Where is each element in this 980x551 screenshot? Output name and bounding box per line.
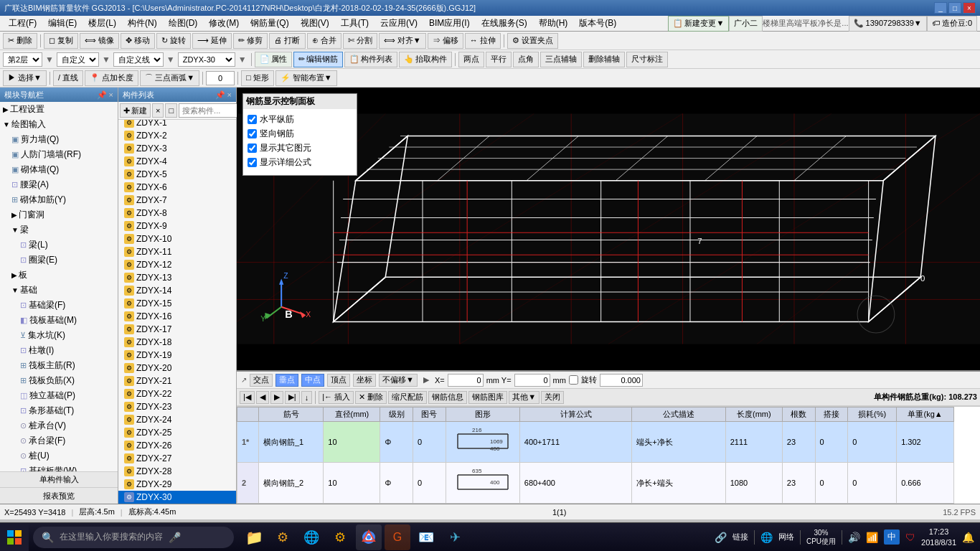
- offset-button[interactable]: ⇒ 偏移: [428, 33, 463, 49]
- report-preview-button[interactable]: 报表预览: [0, 488, 118, 504]
- comp-item-zdyx-13[interactable]: ⚙ZDYX-13: [118, 271, 236, 284]
- comp-item-zdyx-10[interactable]: ⚙ZDYX-10: [118, 232, 236, 245]
- comp-item-zdyx-17[interactable]: ⚙ZDYX-17: [118, 323, 236, 336]
- nav-fabanzhuijin[interactable]: ⊞ 筏板主筋(R): [0, 358, 118, 373]
- comp-item-zdyx-22[interactable]: ⚙ZDYX-22: [118, 387, 236, 400]
- modify-button[interactable]: ✏ 修剪: [233, 33, 268, 49]
- insert-rebar-button[interactable]: |← 插入: [319, 391, 354, 404]
- comp-close-icon[interactable]: ×: [227, 90, 232, 100]
- comp-item-zdyx-14[interactable]: ⚙ZDYX-14: [118, 284, 236, 297]
- nav-jishuikeng[interactable]: ⊻ 集水坑(K): [0, 328, 118, 343]
- comp-item-zdyx-23[interactable]: ⚙ZDYX-23: [118, 400, 236, 413]
- nav-yaoliang[interactable]: ⊡ 腰梁(A): [0, 177, 118, 192]
- nav-fabanjichuo[interactable]: ◧ 筏板基础(M): [0, 313, 118, 328]
- close-rebar-button[interactable]: 关闭: [541, 391, 564, 404]
- pick-comp-button[interactable]: 👆抬取构件: [399, 52, 452, 67]
- split-button[interactable]: ✄ 分割: [343, 33, 377, 49]
- nav-qitijiajin[interactable]: ⊞ 砌体加筋(Y): [0, 192, 118, 207]
- offset-input[interactable]: [206, 71, 235, 85]
- print-button[interactable]: 🖨 打断: [269, 33, 305, 49]
- comp-item-zdyx-20[interactable]: ⚙ZDYX-20: [118, 362, 236, 375]
- snap-no-offset-button[interactable]: 不偏移▼: [379, 374, 418, 387]
- smart-place-button[interactable]: ⚡ 智能布置▼: [275, 70, 337, 86]
- comp-item-zdyx-29[interactable]: ⚙ZDYX-29: [118, 478, 236, 491]
- first-page-button[interactable]: |◀: [240, 391, 255, 404]
- start-button[interactable]: [0, 523, 29, 552]
- menu-shitu[interactable]: 视图(V): [295, 16, 335, 31]
- two-point-button[interactable]: 两点: [458, 52, 484, 67]
- align-button[interactable]: ⟺ 对齐▼: [379, 33, 426, 49]
- menu-bimyingyong[interactable]: BIM应用(I): [423, 16, 476, 31]
- nav-liang[interactable]: ▼ 梁: [0, 222, 118, 237]
- copy-button[interactable]: ◻ 复制: [44, 33, 78, 49]
- snap-coord-button[interactable]: 坐标: [353, 374, 376, 387]
- nav-close-icon[interactable]: ×: [109, 90, 113, 100]
- comp-item-zdyx-11[interactable]: ⚙ZDYX-11: [118, 245, 236, 258]
- comp-item-zdyx-27[interactable]: ⚙ZDYX-27: [118, 452, 236, 465]
- menu-gongcheng[interactable]: 工程(F): [3, 16, 42, 31]
- prev-page-button[interactable]: ◀: [256, 391, 269, 404]
- three-point-axis-button[interactable]: 三点辅轴: [540, 52, 582, 67]
- snap-midpoint-button[interactable]: 中点: [301, 374, 324, 387]
- rebar-info-button[interactable]: 钢筋信息: [428, 391, 467, 404]
- comp-item-zdyx-7[interactable]: ⚙ZDYX-7: [118, 194, 236, 207]
- nav-jichuliang[interactable]: ⊡ 基础梁(F): [0, 298, 118, 313]
- taskbar-app-app2[interactable]: ✈: [442, 524, 468, 550]
- close-button[interactable]: ×: [963, 2, 976, 14]
- new-comp-button[interactable]: ✚ 新建: [120, 103, 151, 118]
- menu-huitu[interactable]: 绘图(D): [163, 16, 204, 31]
- snap-perpendicular-button[interactable]: 垂点: [275, 374, 298, 387]
- single-comp-button[interactable]: 单构件输入: [0, 472, 118, 488]
- line-type-select[interactable]: 自定义线: [113, 52, 164, 67]
- comp-item-zdyx-6[interactable]: ⚙ZDYX-6: [118, 181, 236, 194]
- comp-pin-icon[interactable]: 📌: [215, 90, 225, 100]
- comp-item-zdyx-15[interactable]: ⚙ZDYX-15: [118, 297, 236, 310]
- comp-item-zdyx-4[interactable]: ⚙ZDYX-4: [118, 155, 236, 168]
- comp-list-button[interactable]: 📋构件列表: [344, 52, 397, 67]
- rotate-input[interactable]: [600, 374, 643, 387]
- comp-item-zdyx-5[interactable]: ⚙ZDYX-5: [118, 168, 236, 181]
- menu-goujian[interactable]: 构件(N): [122, 16, 163, 31]
- comp-item-zdyx-1[interactable]: ⚙ZDYX-1: [118, 120, 236, 129]
- check-vertical-rebar[interactable]: [248, 129, 257, 138]
- delete-axis-button[interactable]: 删除辅轴: [583, 52, 625, 67]
- nav-liang-l[interactable]: ⊡ 梁(L): [0, 237, 118, 253]
- layer-select[interactable]: 第2层: [3, 52, 42, 67]
- nav-gongcheng-shezhi[interactable]: ▶ 工程设置: [0, 102, 118, 117]
- taskbar-app-chrome[interactable]: [356, 524, 382, 550]
- download-button[interactable]: ↓: [301, 391, 313, 404]
- menu-gongju[interactable]: 工具(T): [335, 16, 374, 31]
- comp-item-zdyx-9[interactable]: ⚙ZDYX-9: [118, 220, 236, 232]
- nav-dulijijou[interactable]: ◫ 独立基础(P): [0, 388, 118, 403]
- delete-rebar-button[interactable]: ✕ 删除: [355, 391, 387, 404]
- comp-item-zdyx-21[interactable]: ⚙ZDYX-21: [118, 375, 236, 387]
- rebar-library-button[interactable]: 钢筋图库: [468, 391, 507, 404]
- check-horizontal-rebar[interactable]: [248, 115, 257, 124]
- line-button[interactable]: / 直线: [53, 70, 83, 86]
- nav-pin-icon[interactable]: 📌: [97, 90, 107, 100]
- taskbar-search-box[interactable]: 🔍 在这里输入你要搜索的内容 🎤: [33, 527, 234, 548]
- x-coord-input[interactable]: [448, 374, 484, 387]
- nav-huitu-shuru[interactable]: ▼ 绘图输入: [0, 117, 118, 132]
- price-button[interactable]: 🏷 造价豆:0: [927, 16, 977, 32]
- nav-zhuanchengtai[interactable]: ⊙ 桩承台(V): [0, 418, 118, 433]
- comp-item-zdyx-2[interactable]: ⚙ZDYX-2: [118, 129, 236, 142]
- y-coord-input[interactable]: [514, 374, 550, 387]
- table-row[interactable]: 2 横向钢筋_2 10 Φ 0 635: [237, 463, 954, 504]
- nav-jichu[interactable]: ▼ 基础: [0, 283, 118, 298]
- menu-gangjinliang[interactable]: 钢筋量(Q): [245, 16, 294, 31]
- select-button[interactable]: ▶ 选择▼: [3, 70, 47, 86]
- menu-louceng[interactable]: 楼层(L): [83, 16, 122, 31]
- phone-button[interactable]: 📞 13907298339▼: [849, 16, 927, 32]
- extend-button[interactable]: ⟶ 延伸: [192, 33, 232, 49]
- maximize-button[interactable]: □: [948, 2, 961, 14]
- nav-fabanzfujin[interactable]: ⊞ 筏板负筋(X): [0, 373, 118, 388]
- nav-chengtailiang[interactable]: ⊙ 承台梁(F): [0, 433, 118, 448]
- comp-item-zdyx-26[interactable]: ⚙ZDYX-26: [118, 439, 236, 452]
- copy-comp-button[interactable]: □: [165, 103, 177, 118]
- menu-yunyingyong[interactable]: 云应用(V): [374, 16, 423, 31]
- nav-tiaoxingjichuo[interactable]: ⊡ 条形基础(T): [0, 403, 118, 418]
- minimize-button[interactable]: _: [934, 2, 947, 14]
- rect-button[interactable]: □ 矩形: [241, 70, 274, 86]
- menu-xiugai[interactable]: 修改(M): [203, 16, 245, 31]
